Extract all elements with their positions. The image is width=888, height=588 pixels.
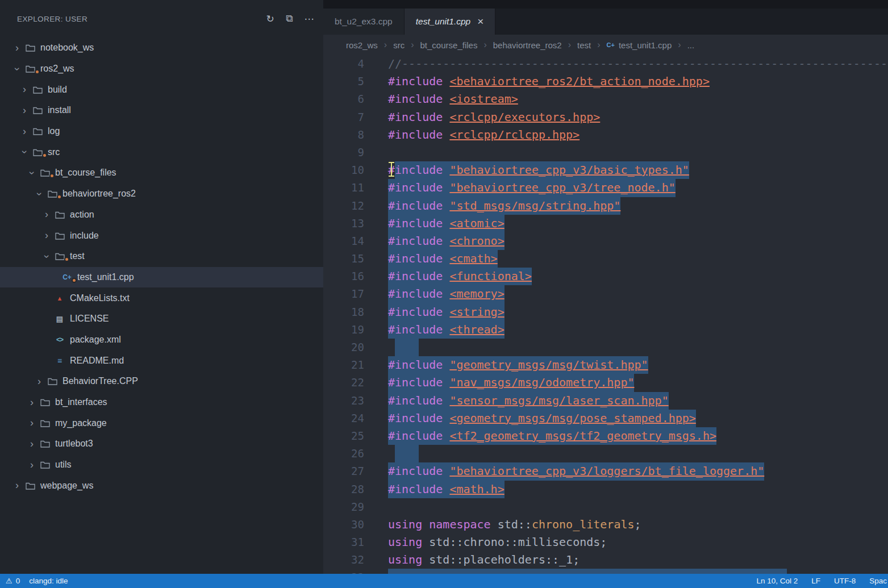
- code-line-15[interactable]: 15#include <cmath>: [323, 250, 888, 268]
- chevron-right-icon[interactable]: ›: [11, 42, 23, 54]
- code-line-13[interactable]: 13#include <atomic>: [323, 215, 888, 232]
- breadcrumb-label: ros2_ws: [346, 40, 378, 50]
- code-line-22[interactable]: 22#include "nav_msgs/msg/odometry.hpp": [323, 374, 888, 391]
- tab-test_unit1.cpp[interactable]: test_unit1.cpp×: [405, 9, 496, 35]
- breadcrumb-item-test_unit1.cpp[interactable]: C+test_unit1.cpp: [607, 40, 672, 50]
- tree-folder-action[interactable]: ›action: [0, 205, 323, 226]
- breadcrumb-item-src[interactable]: src: [393, 40, 405, 50]
- chevron-right-icon[interactable]: ›: [26, 438, 37, 450]
- code-line-31[interactable]: 31using std::chrono::milliseconds;: [323, 533, 888, 551]
- code-line-19[interactable]: 19#include <thread>: [323, 321, 888, 339]
- refresh-icon[interactable]: ↻: [266, 13, 274, 25]
- chevron-right-icon[interactable]: ›: [26, 397, 37, 408]
- chevron-right-icon[interactable]: ›: [19, 126, 30, 137]
- chevron-down-icon[interactable]: ›: [19, 147, 31, 158]
- breadcrumb-item-test[interactable]: test: [577, 40, 591, 50]
- tree-folder-behaviortree_ros2[interactable]: ›behaviortree_ros2: [0, 184, 323, 205]
- open-editors-icon[interactable]: ⧉: [286, 13, 293, 25]
- eol-indicator[interactable]: LF: [811, 577, 820, 585]
- code-line-30[interactable]: 30using namespace std::chrono_literals;: [323, 516, 888, 533]
- close-icon[interactable]: ×: [477, 15, 483, 28]
- selection-block: [395, 339, 419, 356]
- tree-folder-BehaviorTree.CPP[interactable]: ›BehaviorTree.CPP: [0, 371, 323, 392]
- tree-folder-bt_course_files[interactable]: ›bt_course_files: [0, 162, 323, 184]
- tree-folder-src[interactable]: ›src: [0, 141, 323, 162]
- code-line-26[interactable]: 26: [323, 445, 888, 462]
- chevron-down-icon[interactable]: ›: [26, 167, 38, 178]
- tree-folder-include[interactable]: ›include: [0, 225, 323, 246]
- tree-folder-webpage_ws[interactable]: ›webpage_ws: [0, 475, 323, 496]
- code-line-11[interactable]: 11#include "behaviortree_cpp_v3/tree_nod…: [323, 179, 888, 197]
- tree-file-README.md[interactable]: ≡README.md: [0, 350, 323, 371]
- tree-folder-turtlebot3[interactable]: ›turtlebot3: [0, 433, 323, 454]
- code-line-27[interactable]: 27#include "behaviortree_cpp_v3/loggers/…: [323, 462, 888, 480]
- code-line-10[interactable]: 10#include "behaviortree_cpp_v3/basic_ty…: [323, 161, 888, 179]
- chevron-down-icon[interactable]: ›: [11, 63, 23, 74]
- tree-folder-build[interactable]: ›build: [0, 79, 323, 100]
- chevron-right-icon[interactable]: ›: [19, 105, 30, 116]
- code-line-23[interactable]: 23#include "sensor_msgs/msg/laser_scan.h…: [323, 392, 888, 410]
- warning-icon: ⚠: [6, 577, 12, 585]
- tree-item-label: notebook_ws: [40, 43, 94, 53]
- code-text: #include "behaviortree_cpp_v3/basic_type…: [388, 161, 689, 179]
- code-text: [388, 569, 787, 574]
- tree-folder-log[interactable]: ›log: [0, 121, 323, 142]
- tree-file-test_unit1.cpp[interactable]: C+test_unit1.cpp: [0, 267, 323, 288]
- chevron-right-icon[interactable]: ›: [26, 417, 37, 429]
- breadcrumb-item-...[interactable]: ...: [687, 40, 695, 50]
- breadcrumb-item-bt_course_files[interactable]: bt_course_files: [420, 40, 478, 50]
- tree-folder-install[interactable]: ›install: [0, 100, 323, 121]
- code-text: [388, 445, 419, 462]
- tree-file-package.xml[interactable]: <>package.xml: [0, 330, 323, 351]
- code-area[interactable]: 4//-------------------------------------…: [323, 55, 888, 574]
- code-line-6[interactable]: 6#include <iostream>: [323, 90, 888, 108]
- code-line-28[interactable]: 28#include <math.h>: [323, 481, 888, 498]
- code-line-17[interactable]: 17#include <memory>: [323, 285, 888, 303]
- chevron-right-icon[interactable]: ›: [26, 459, 37, 471]
- code-line-25[interactable]: 25#include <tf2_geometry_msgs/tf2_geomet…: [323, 427, 888, 445]
- encoding-indicator[interactable]: UTF-8: [834, 577, 856, 585]
- chevron-right-icon[interactable]: ›: [41, 230, 52, 241]
- code-line-33[interactable]: 33: [323, 569, 888, 574]
- tree-folder-bt_interfaces[interactable]: ›bt_interfaces: [0, 392, 323, 413]
- tree-folder-my_package[interactable]: ›my_package: [0, 412, 323, 433]
- problems-indicator[interactable]: ⚠ 0: [6, 577, 20, 585]
- code-line-5[interactable]: 5#include <behaviortree_ros2/bt_action_n…: [323, 73, 888, 90]
- tree-folder-test[interactable]: ›test: [0, 246, 323, 267]
- chevron-right-icon[interactable]: ›: [19, 84, 30, 95]
- chevron-right-icon[interactable]: ›: [34, 376, 45, 387]
- code-line-4[interactable]: 4//-------------------------------------…: [323, 55, 888, 73]
- code-line-12[interactable]: 12#include "std_msgs/msg/string.hpp": [323, 197, 888, 215]
- chevron-right-icon[interactable]: ›: [11, 479, 23, 491]
- tree-file-LICENSE[interactable]: ▤LICENSE: [0, 308, 323, 330]
- tree-folder-utils[interactable]: ›utils: [0, 454, 323, 476]
- code-line-8[interactable]: 8#include <rclcpp/rclcpp.hpp>: [323, 126, 888, 144]
- code-line-18[interactable]: 18#include <string>: [323, 303, 888, 321]
- code-line-32[interactable]: 32using std::placeholders::_1;: [323, 551, 888, 569]
- folder-icon: [37, 440, 52, 448]
- cursor-position[interactable]: Ln 10, Col 2: [756, 577, 798, 585]
- indentation-indicator[interactable]: Spac: [869, 577, 887, 585]
- code-line-14[interactable]: 14#include <chrono>: [323, 232, 888, 250]
- breadcrumb-item-ros2_ws[interactable]: ros2_ws: [346, 40, 378, 50]
- code-line-9[interactable]: 9: [323, 144, 888, 161]
- code-line-20[interactable]: 20: [323, 339, 888, 356]
- code-line-29[interactable]: 29: [323, 498, 888, 516]
- chevron-down-icon[interactable]: ›: [34, 188, 45, 199]
- code-line-16[interactable]: 16#include <functional>: [323, 268, 888, 285]
- code-text: #include <rclcpp/rclcpp.hpp>: [388, 126, 580, 144]
- tree-file-CMakeLists.txt[interactable]: ▲CMakeLists.txt: [0, 287, 323, 308]
- tab-bt_u2_ex3.cpp[interactable]: bt_u2_ex3.cpp: [323, 9, 405, 35]
- code-line-24[interactable]: 24#include <geometry_msgs/msg/pose_stamp…: [323, 410, 888, 427]
- folder-icon: [52, 252, 67, 260]
- tree-folder-ros2_ws[interactable]: ›ros2_ws: [0, 59, 323, 80]
- tree-folder-notebook_ws[interactable]: ›notebook_ws: [0, 37, 323, 59]
- more-actions-icon[interactable]: ⋯: [305, 13, 314, 25]
- breadcrumb-item-behaviortree_ros2[interactable]: behaviortree_ros2: [493, 40, 562, 50]
- code-line-7[interactable]: 7#include <rclcpp/executors.hpp>: [323, 109, 888, 126]
- chevron-down-icon[interactable]: ›: [41, 251, 53, 262]
- code-line-21[interactable]: 21#include "geometry_msgs/msg/twist.hpp": [323, 356, 888, 374]
- chevron-right-icon[interactable]: ›: [41, 208, 52, 220]
- folder-icon: [45, 190, 60, 198]
- language-server-status[interactable]: clangd: idle: [29, 577, 68, 585]
